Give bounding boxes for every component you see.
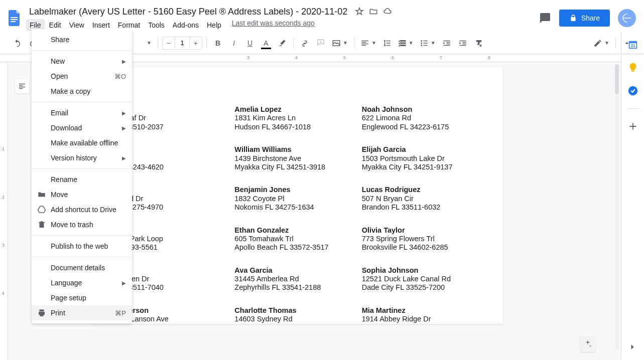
label-line2: Zephyrhills FL 33541-2188 — [234, 283, 361, 292]
chevron-down-icon: ▼ — [371, 40, 376, 46]
label-line2: Myakka City FL 34251-9137 — [362, 163, 489, 171]
menu-label: Make available offline — [51, 139, 118, 147]
scrollbar-thumb[interactable] — [615, 64, 619, 94]
menu-label: Share — [51, 36, 69, 44]
bullet-list-button[interactable]: ▼ — [418, 39, 438, 48]
menu-tools[interactable]: Tools — [145, 19, 168, 31]
menu-open[interactable]: Open⌘O — [32, 69, 132, 84]
chevron-right-icon: ▶ — [122, 110, 126, 116]
address-label[interactable]: Ava Garcia31445 Amberlea RdZephyrhills F… — [234, 266, 361, 292]
vertical-ruler[interactable]: 1 2 3 4 — [0, 62, 8, 360]
font-size-input[interactable] — [175, 37, 190, 49]
clear-format-button[interactable] — [472, 36, 486, 50]
share-button[interactable]: Share — [559, 10, 610, 27]
address-label[interactable]: Elijah Garcia1503 Portsmouth Lake DrMyak… — [362, 145, 489, 171]
menu-email[interactable]: Email▶ — [32, 105, 132, 120]
decrease-font-button[interactable]: − — [163, 37, 175, 49]
folder-icon — [37, 190, 47, 200]
menu-make-copy[interactable]: Make a copy — [32, 84, 132, 99]
highlight-button[interactable] — [275, 36, 289, 50]
menu-doc-details[interactable]: Document details — [32, 260, 132, 275]
menu-page-setup[interactable]: Page setup — [32, 290, 132, 305]
menu-offline[interactable]: Make available offline — [32, 135, 132, 150]
drive-icon — [37, 205, 47, 215]
menu-label: Publish to the web — [51, 242, 108, 250]
menu-print[interactable]: Print⌘P — [32, 305, 132, 320]
text-color-button[interactable]: A — [259, 36, 273, 50]
align-button[interactable]: ▼ — [358, 39, 378, 48]
decrease-indent-button[interactable] — [440, 36, 454, 50]
star-icon[interactable] — [354, 7, 364, 17]
address-label[interactable]: William Williams1439 Birchstone AveMyakk… — [234, 145, 361, 171]
image-button[interactable]: ▼ — [330, 39, 350, 48]
menu-label: Version history — [51, 154, 97, 162]
address-label[interactable]: Mia Martinez1914 Abbey Ridge Dr — [362, 306, 489, 324]
svg-point-5 — [421, 40, 422, 42]
title-row: Labelmaker (Avery US Letter - 5160 Easy … — [26, 6, 539, 18]
trash-icon — [37, 220, 47, 230]
address-label[interactable]: Benjamin Jones1832 Coyote PlNokomis FL 3… — [234, 186, 361, 212]
menu-label: Language — [51, 279, 82, 287]
menu-download[interactable]: Download▶ — [32, 120, 132, 135]
docs-logo[interactable] — [4, 8, 24, 28]
address-label[interactable]: Ethan Gonzalez605 Tomahawk TrlApollo Bea… — [234, 226, 361, 252]
address-label[interactable]: Sophia Johnson12521 Duck Lake Canal RdDa… — [362, 266, 489, 292]
move-icon[interactable] — [368, 7, 378, 17]
add-on-icon[interactable] — [627, 121, 638, 132]
collapse-sidebar-button[interactable] — [627, 342, 638, 353]
menu-language[interactable]: Language▶ — [32, 275, 132, 290]
menu-rename[interactable]: Rename — [32, 172, 132, 187]
label-name: Ava Garcia — [234, 266, 361, 275]
document-page[interactable]: mithalm Leaf Drn FL 33510-2037Amelia Lop… — [93, 67, 503, 324]
address-label[interactable]: Amelia Lopez1831 Kim Acres LnHudson FL 3… — [234, 105, 361, 131]
line-spacing-button[interactable] — [380, 39, 394, 48]
outline-button[interactable] — [15, 79, 29, 93]
address-label[interactable]: Olivia Taylor773 Spring Flowers TrlBrook… — [362, 226, 489, 252]
italic-button[interactable]: I — [227, 36, 241, 50]
label-line1: 773 Spring Flowers Trl — [362, 235, 489, 243]
menu-divider — [32, 235, 132, 236]
keep-icon[interactable] — [627, 62, 638, 73]
label-line1: 1832 Coyote Pl — [234, 195, 361, 203]
increase-indent-button[interactable] — [456, 36, 470, 50]
doc-title[interactable]: Labelmaker (Avery US Letter - 5160 Easy … — [26, 6, 350, 18]
calendar-icon[interactable]: 31 — [627, 39, 638, 50]
cloud-icon[interactable] — [382, 7, 393, 17]
right-sidebar: 31 — [621, 32, 644, 360]
vruler-mark: 2 — [2, 195, 5, 200]
menu-new[interactable]: New▶ — [32, 54, 132, 69]
menu-share[interactable]: Share — [32, 32, 132, 47]
editing-mode-button[interactable]: ▼ — [591, 39, 611, 48]
explore-button[interactable] — [580, 336, 596, 352]
menu-version-history[interactable]: Version history▶ — [32, 150, 132, 165]
increase-font-button[interactable]: + — [190, 37, 202, 49]
menu-publish[interactable]: Publish to the web — [32, 239, 132, 254]
menu-add-shortcut[interactable]: Add shortcut to Drive — [32, 202, 132, 217]
address-label[interactable]: Lucas Rodriguez507 N Bryan CirBrandon FL… — [362, 186, 489, 212]
checklist-button[interactable]: ▼ — [396, 39, 416, 48]
chevron-right-icon: ▶ — [122, 155, 126, 161]
link-button[interactable] — [298, 36, 312, 50]
font-size-stepper: − + — [162, 37, 202, 50]
tasks-icon[interactable] — [627, 85, 638, 96]
ruler-mark: 3 — [247, 55, 249, 60]
last-edit-link[interactable]: Last edit was seconds ago — [232, 19, 315, 31]
label-name: Benjamin Jones — [234, 186, 361, 194]
tool-separator — [615, 38, 616, 49]
menu-help[interactable]: Help — [203, 19, 225, 31]
menu-trash[interactable]: Move to trash — [32, 217, 132, 232]
scrollbar[interactable] — [615, 64, 619, 350]
avatar[interactable] — [618, 9, 636, 27]
bold-button[interactable]: B — [211, 36, 225, 50]
undo-button[interactable] — [10, 36, 24, 50]
underline-button[interactable]: U — [243, 36, 257, 50]
label-line2: Myakka City FL 34251-3918 — [234, 163, 361, 171]
add-comment-button[interactable] — [314, 36, 328, 50]
menu-addons[interactable]: Add-ons — [169, 19, 202, 31]
address-label[interactable]: Charlotte Thomas14603 Sydney Rd — [234, 306, 361, 324]
label-line1: 1914 Abbey Ridge Dr — [362, 315, 489, 323]
comment-icon[interactable] — [539, 12, 551, 24]
menu-divider — [32, 168, 132, 169]
address-label[interactable]: Noah Johnson622 Limona RdEnglewood FL 34… — [362, 105, 489, 131]
menu-move[interactable]: Move — [32, 187, 132, 202]
